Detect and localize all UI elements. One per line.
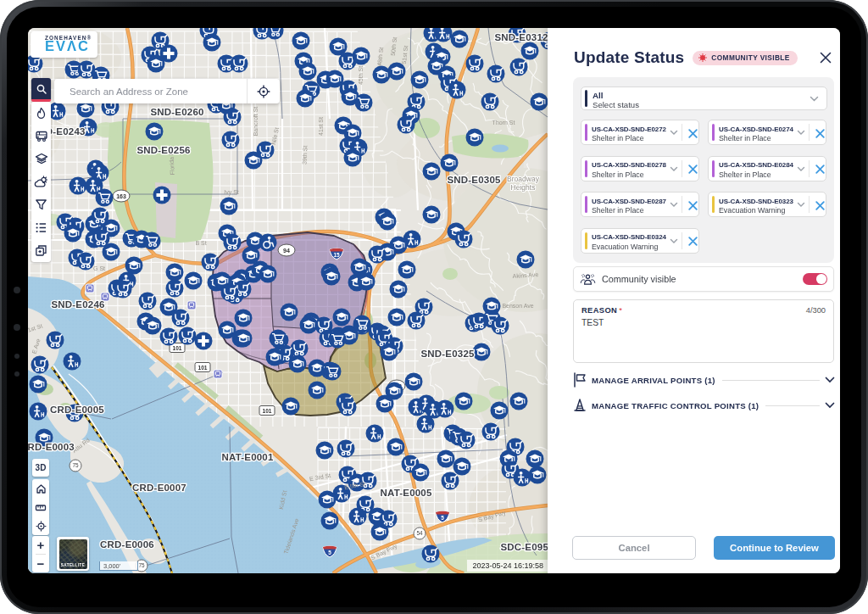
marker-c[interactable] bbox=[166, 264, 184, 282]
marker-c[interactable] bbox=[453, 458, 471, 476]
marker-p[interactable] bbox=[349, 508, 367, 526]
marker-c[interactable] bbox=[344, 149, 362, 167]
status-select-dropdown[interactable]: All Select status bbox=[581, 87, 827, 110]
marker-s[interactable] bbox=[222, 131, 240, 149]
zone-chip[interactable]: US-CA-XSD-SND-E0278 Shelter in Place bbox=[581, 156, 699, 181]
marker-c[interactable] bbox=[473, 343, 491, 361]
marker-c[interactable] bbox=[390, 281, 408, 299]
marker-s[interactable] bbox=[47, 332, 64, 349]
marker-s[interactable] bbox=[408, 312, 426, 330]
marker-p[interactable] bbox=[70, 177, 87, 195]
marker-c[interactable] bbox=[235, 330, 253, 348]
fire-tool-button[interactable] bbox=[31, 102, 51, 125]
marker-s[interactable] bbox=[224, 234, 242, 252]
marker-c[interactable] bbox=[437, 450, 455, 468]
marker-c[interactable] bbox=[266, 349, 284, 366]
marker-c[interactable] bbox=[398, 261, 416, 279]
marker-s[interactable] bbox=[487, 65, 505, 83]
marker-c[interactable] bbox=[316, 442, 334, 460]
marker-c[interactable] bbox=[64, 225, 82, 243]
basemap-switcher[interactable]: SATELLITE bbox=[57, 537, 89, 571]
marker-s[interactable] bbox=[179, 327, 197, 345]
marker-c[interactable] bbox=[299, 63, 317, 81]
marker-c[interactable] bbox=[144, 317, 162, 335]
marker-c[interactable] bbox=[387, 438, 405, 456]
gps-button[interactable] bbox=[32, 516, 49, 535]
marker-c[interactable] bbox=[289, 355, 307, 373]
marker-s[interactable] bbox=[481, 93, 499, 111]
marker-c[interactable] bbox=[521, 42, 539, 60]
marker-c[interactable] bbox=[103, 243, 120, 261]
measure-button[interactable] bbox=[32, 498, 49, 516]
map-canvas[interactable]: 163942525475751011011011555 Bancroft StN… bbox=[28, 28, 548, 573]
community-visible-toggle[interactable] bbox=[803, 273, 827, 286]
marker-c[interactable] bbox=[491, 402, 509, 420]
marker-s[interactable] bbox=[442, 472, 459, 490]
close-icon[interactable] bbox=[819, 51, 832, 64]
marker-c[interactable] bbox=[423, 163, 441, 181]
marker-p[interactable] bbox=[30, 403, 47, 421]
zone-chip[interactable]: US-CA-XSD-SND-E0324 Evacuation Warning bbox=[581, 228, 699, 254]
marker-s[interactable] bbox=[77, 253, 95, 271]
marker-c[interactable] bbox=[321, 512, 339, 530]
marker-t[interactable] bbox=[143, 232, 161, 250]
marker-c[interactable] bbox=[242, 247, 260, 265]
zone-chip[interactable]: US-CA-XSD-SND-E0274 Shelter in Place bbox=[708, 120, 826, 145]
marker-c[interactable] bbox=[451, 31, 469, 48]
chip-remove-button[interactable] bbox=[685, 120, 700, 146]
marker-c[interactable] bbox=[358, 273, 376, 291]
marker-s[interactable] bbox=[231, 55, 248, 73]
chip-remove-button[interactable] bbox=[685, 193, 700, 218]
marker-t[interactable] bbox=[324, 363, 342, 381]
marker-c[interactable] bbox=[146, 123, 164, 141]
marker-c[interactable] bbox=[526, 450, 544, 468]
marker-s[interactable] bbox=[466, 55, 484, 73]
transport-tool-button[interactable] bbox=[31, 125, 51, 148]
marker-t[interactable] bbox=[270, 330, 287, 348]
continue-to-review-button[interactable]: Continue to Review bbox=[714, 536, 835, 560]
marker-p[interactable] bbox=[437, 400, 454, 418]
marker-c[interactable] bbox=[235, 310, 253, 327]
layers-tool-button[interactable] bbox=[31, 148, 51, 170]
three-d-button[interactable]: 3D bbox=[32, 459, 49, 477]
marker-c[interactable] bbox=[379, 213, 397, 231]
zone-chip[interactable]: US-CA-XSD-SND-E0272 Shelter in Place bbox=[581, 120, 699, 145]
marker-p[interactable] bbox=[448, 81, 466, 99]
marker-c[interactable] bbox=[423, 206, 441, 224]
marker-p[interactable] bbox=[417, 416, 435, 433]
marker-c[interactable] bbox=[282, 398, 300, 416]
marker-c[interactable] bbox=[185, 272, 203, 290]
marker-s[interactable] bbox=[31, 356, 49, 374]
marker-c[interactable] bbox=[203, 34, 221, 52]
chip-remove-button[interactable] bbox=[812, 157, 827, 182]
marker-p[interactable] bbox=[366, 425, 384, 443]
marker-w[interactable] bbox=[259, 234, 277, 252]
marker-c[interactable] bbox=[455, 393, 473, 410]
marker-c[interactable] bbox=[405, 373, 423, 391]
marker-c[interactable] bbox=[245, 152, 263, 170]
marker-s[interactable] bbox=[482, 423, 500, 441]
marker-x[interactable] bbox=[195, 332, 213, 350]
marker-c[interactable] bbox=[411, 71, 429, 89]
marker-c[interactable] bbox=[510, 393, 528, 410]
marker-c[interactable] bbox=[125, 257, 143, 275]
marker-c[interactable] bbox=[412, 464, 430, 482]
marker-c[interactable] bbox=[319, 491, 337, 509]
marker-x[interactable] bbox=[153, 187, 171, 204]
marker-s[interactable] bbox=[339, 399, 357, 416]
marker-s[interactable] bbox=[139, 293, 157, 310]
marker-c[interactable] bbox=[147, 55, 165, 73]
search-tool-button[interactable] bbox=[31, 78, 51, 99]
marker-p[interactable] bbox=[64, 353, 81, 371]
marker-c[interactable] bbox=[220, 198, 238, 215]
search-bar[interactable] bbox=[54, 79, 280, 103]
marker-c[interactable] bbox=[259, 265, 277, 283]
home-button[interactable] bbox=[32, 479, 49, 498]
locate-button[interactable] bbox=[248, 79, 280, 103]
marker-c[interactable] bbox=[381, 343, 398, 361]
marker-c[interactable] bbox=[441, 154, 459, 172]
zoom-out-button[interactable]: − bbox=[32, 555, 49, 572]
reason-field[interactable]: REASON * 4/300 TEST bbox=[573, 299, 834, 363]
filter-tool-button[interactable] bbox=[31, 193, 51, 216]
list-tool-button[interactable] bbox=[31, 216, 51, 239]
